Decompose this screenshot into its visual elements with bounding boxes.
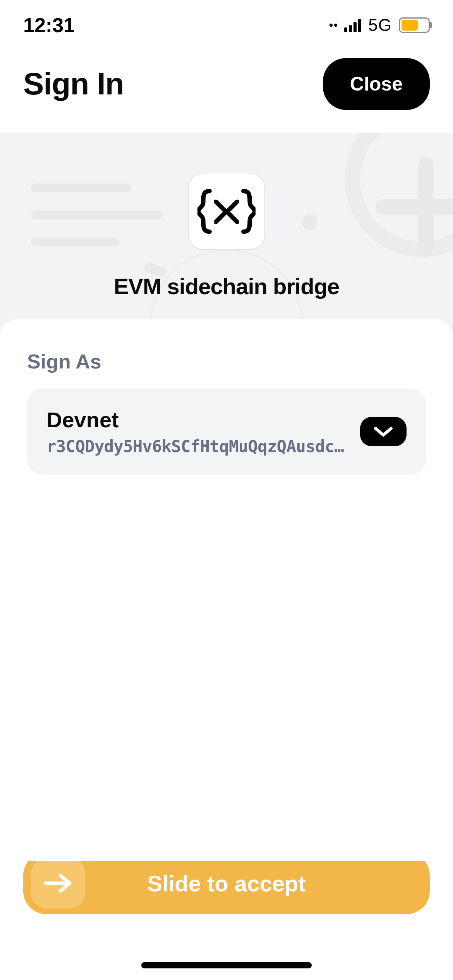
decorative-shape xyxy=(31,238,120,246)
account-text: Devnet r3CQDydy5Hv6kSCfHtqMuQqzQAusdcHYX… xyxy=(46,407,348,456)
sign-as-label: Sign As xyxy=(27,350,426,373)
account-selector[interactable]: Devnet r3CQDydy5Hv6kSCfHtqMuQqzQAusdcHYX… xyxy=(27,389,426,475)
home-indicator[interactable] xyxy=(141,962,312,968)
account-name: Devnet xyxy=(46,407,348,432)
slide-to-accept-area: Slide to accept xyxy=(23,852,430,914)
status-bar: 12:31 5G xyxy=(0,0,453,50)
chevron-down-icon xyxy=(373,425,393,438)
network-label: 5G xyxy=(368,15,392,35)
xrpl-braces-icon xyxy=(197,186,256,236)
app-icon xyxy=(188,173,265,250)
slide-thumb[interactable] xyxy=(31,858,85,908)
decorative-shape xyxy=(31,183,132,192)
app-title: EVM sidechain bridge xyxy=(114,273,340,299)
account-id: r3CQDydy5Hv6kSCfHtqMuQqzQAusdcHYXd xyxy=(46,437,348,456)
battery-icon xyxy=(399,17,430,33)
status-time: 12:31 xyxy=(23,14,75,37)
sign-card: Sign As Devnet r3CQDydy5Hv6kSCfHtqMuQqzQ… xyxy=(0,319,453,861)
slide-to-accept[interactable]: Slide to accept xyxy=(23,852,430,914)
page-title: Sign In xyxy=(23,66,124,102)
hero: EVM sidechain bridge xyxy=(0,133,453,331)
signal-bars-icon xyxy=(344,18,361,32)
arrow-right-icon xyxy=(43,872,74,895)
decorative-shape xyxy=(302,214,317,230)
close-button[interactable]: Close xyxy=(323,58,430,110)
signal-dots-icon xyxy=(329,24,337,27)
decorative-shape xyxy=(31,211,163,219)
expand-account-button[interactable] xyxy=(360,417,407,446)
status-right: 5G xyxy=(329,15,430,35)
header: Sign In Close xyxy=(0,50,453,133)
